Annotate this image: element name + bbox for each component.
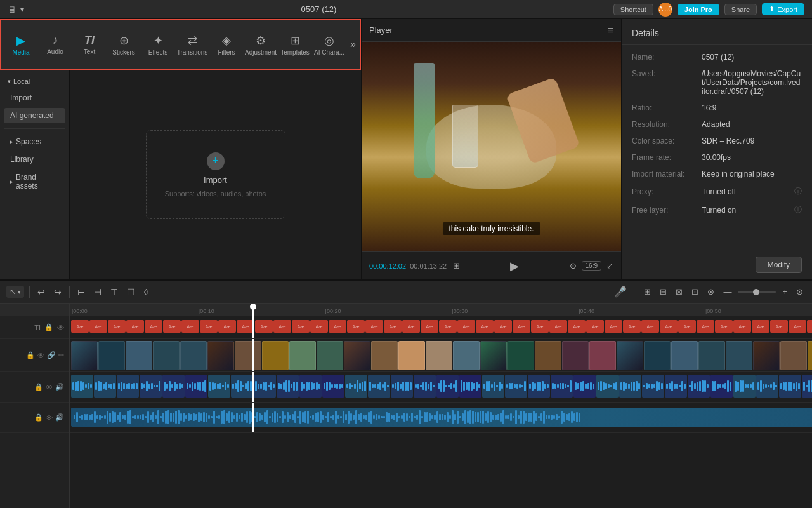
- text-segment[interactable]: Aæ: [789, 320, 806, 333]
- audio1-segment[interactable]: [231, 375, 253, 398]
- video-segment[interactable]: [398, 341, 425, 370]
- modify-button[interactable]: Modify: [756, 257, 802, 273]
- play-button[interactable]: ▶: [510, 259, 519, 273]
- timeline-ctrl-5[interactable]: ⊗: [705, 286, 717, 298]
- video-segment[interactable]: [508, 341, 534, 370]
- player-menu-icon[interactable]: ≡: [608, 25, 613, 36]
- video-segment[interactable]: [180, 341, 207, 370]
- text-segment[interactable]: Aæ: [733, 320, 751, 333]
- audio1-segment[interactable]: [140, 375, 162, 398]
- text-segment[interactable]: Aæ: [145, 320, 162, 333]
- audio1-segment[interactable]: [185, 375, 207, 398]
- text-segment[interactable]: Aæ: [605, 320, 622, 333]
- video-segment[interactable]: [289, 341, 316, 370]
- import-dropzone[interactable]: + Import Supports: videos, audios, photo…: [146, 130, 285, 219]
- text-segment[interactable]: Aæ: [218, 320, 236, 333]
- text-segment[interactable]: Aæ: [549, 320, 567, 333]
- sidebar-item-ai-generated[interactable]: AI generated: [4, 108, 65, 123]
- video-segment[interactable]: [535, 341, 561, 370]
- audio1-segment[interactable]: [619, 375, 641, 398]
- audio1-segment[interactable]: [368, 375, 390, 398]
- vol-icon-audio1[interactable]: 🔊: [55, 383, 64, 391]
- video-segment[interactable]: [344, 341, 370, 370]
- pencil-icon[interactable]: ✏: [58, 351, 64, 359]
- text-segment[interactable]: Aæ: [402, 320, 420, 333]
- timeline-ctrl-3[interactable]: ⊠: [673, 286, 685, 298]
- toolbar-item-stickers[interactable]: ⊕ Stickers: [107, 22, 141, 67]
- text-segment[interactable]: Aæ: [439, 320, 457, 333]
- text-segment[interactable]: Aæ: [181, 320, 199, 333]
- video-segment[interactable]: [207, 341, 234, 370]
- eye-icon-text[interactable]: 👁: [57, 324, 64, 331]
- audio1-segment[interactable]: [299, 375, 322, 398]
- text-segment[interactable]: Aæ: [807, 320, 812, 333]
- split-tool[interactable]: ⊢: [75, 286, 88, 298]
- audio1-segment[interactable]: [665, 375, 687, 398]
- audio1-segment[interactable]: [162, 375, 185, 398]
- mic-button[interactable]: 🎤: [610, 284, 631, 299]
- audio1-segment[interactable]: [459, 375, 481, 398]
- text-segment[interactable]: Aæ: [365, 320, 383, 333]
- audio1-segment[interactable]: [322, 375, 344, 398]
- video-segment[interactable]: [617, 341, 643, 370]
- zoom-in-icon[interactable]: +: [780, 286, 790, 298]
- video-segment[interactable]: [808, 341, 812, 370]
- timeline-ctrl-4[interactable]: ⊡: [689, 286, 701, 298]
- video-segment[interactable]: [589, 341, 616, 370]
- text-segment[interactable]: Aæ: [237, 320, 254, 333]
- video-segment[interactable]: [426, 341, 452, 370]
- text-segment[interactable]: Aæ: [752, 320, 769, 333]
- audio1-segment[interactable]: [345, 375, 367, 398]
- text-segment[interactable]: Aæ: [770, 320, 788, 333]
- text-segment[interactable]: Aæ: [273, 320, 291, 333]
- sidebar-item-brand-assets[interactable]: ▸ Brand assets: [4, 170, 65, 194]
- grid-icon[interactable]: ⊞: [453, 261, 460, 271]
- audio1-segment[interactable]: [414, 375, 436, 398]
- audio1-segment[interactable]: [802, 375, 812, 398]
- video-segment[interactable]: [262, 341, 289, 370]
- audio1-segment[interactable]: [71, 375, 93, 398]
- eye-icon-video[interactable]: 👁: [37, 352, 44, 359]
- text-segment[interactable]: Aæ: [421, 320, 438, 333]
- marker-tool[interactable]: ◊: [141, 286, 151, 298]
- select-tool[interactable]: ↖ ▾: [6, 286, 24, 298]
- text-segment[interactable]: Aæ: [697, 320, 714, 333]
- sidebar-item-import[interactable]: Import: [4, 90, 65, 105]
- text-segment[interactable]: Aæ: [126, 320, 144, 333]
- video-segment[interactable]: [98, 341, 125, 370]
- timeline-ctrl-1[interactable]: ⊞: [641, 286, 653, 298]
- text-segment[interactable]: Aæ: [347, 320, 365, 333]
- text-segment[interactable]: Aæ: [292, 320, 310, 333]
- video-segment[interactable]: [644, 341, 671, 370]
- video-segment[interactable]: [671, 341, 698, 370]
- audio1-segment[interactable]: [688, 375, 710, 398]
- video-segment[interactable]: [780, 341, 807, 370]
- audio1-segment[interactable]: [482, 375, 504, 398]
- lock-icon-text[interactable]: 🔒: [44, 323, 53, 331]
- video-segment[interactable]: [480, 341, 507, 370]
- text-segment[interactable]: Aæ: [678, 320, 696, 333]
- toolbar-item-ai-char[interactable]: ◎ AI Chara...: [312, 22, 346, 67]
- text-segment[interactable]: Aæ: [71, 320, 89, 333]
- audio1-segment[interactable]: [596, 375, 619, 398]
- video-segment[interactable]: [317, 341, 343, 370]
- audio1-segment[interactable]: [277, 375, 299, 398]
- audio1-segment[interactable]: [733, 375, 756, 398]
- toolbar-item-transitions[interactable]: ⇄ Transitions: [175, 22, 209, 67]
- timeline-ctrl-2[interactable]: ⊟: [657, 286, 669, 298]
- video-segment[interactable]: [453, 341, 480, 370]
- text-segment[interactable]: Aæ: [568, 320, 586, 333]
- text-segment[interactable]: Aæ: [163, 320, 181, 333]
- undo-button[interactable]: ↩: [35, 286, 48, 298]
- lock-icon-audio2[interactable]: 🔒: [34, 413, 43, 422]
- video-segment[interactable]: [235, 341, 261, 370]
- eye-icon-audio1[interactable]: 👁: [46, 384, 53, 391]
- eye-icon-audio2[interactable]: 👁: [46, 414, 53, 422]
- text-segment[interactable]: Aæ: [531, 320, 549, 333]
- text-segment[interactable]: Aæ: [89, 320, 107, 333]
- toolbar-item-media[interactable]: ▶ Media: [4, 22, 38, 67]
- export-button[interactable]: ⬆ Export: [762, 3, 804, 15]
- video-segment[interactable]: [753, 341, 780, 370]
- text-segment[interactable]: Aæ: [586, 320, 604, 333]
- video-segment[interactable]: [726, 341, 752, 370]
